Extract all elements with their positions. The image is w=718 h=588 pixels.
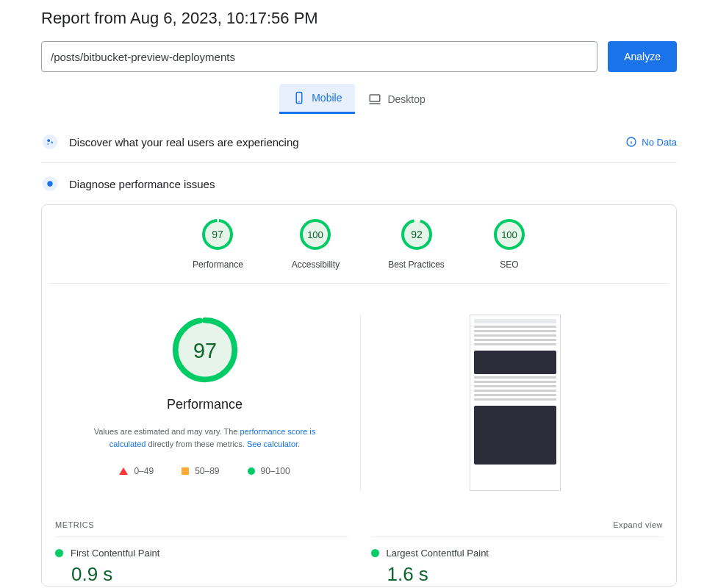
analyze-button[interactable]: Analyze	[608, 41, 677, 72]
users-icon	[41, 133, 59, 151]
gauge-performance-label: Performance	[193, 259, 243, 270]
gauge-bp-ring: 92	[401, 218, 433, 251]
svg-point-6	[51, 142, 53, 144]
svg-text:97: 97	[193, 339, 216, 362]
legend-pass: 90–100	[248, 466, 290, 476]
no-data-link[interactable]: No Data	[625, 136, 677, 148]
metric-lcp: Largest Contentful Paint 1.6 s	[371, 537, 664, 586]
expand-view-link[interactable]: Expand view	[613, 520, 663, 529]
svg-text:100: 100	[501, 229, 517, 240]
metrics-heading: METRICS	[55, 520, 94, 529]
metrics-header: METRICS Expand view	[42, 510, 676, 537]
page-title: Report from Aug 6, 2023, 10:17:56 PM	[41, 9, 677, 28]
big-gauge: 97	[170, 315, 240, 385]
legend-pass-label: 90–100	[261, 466, 290, 476]
info-icon	[625, 136, 637, 148]
diagnose-section: Diagnose performance issues	[41, 163, 677, 204]
legend-fail: 0–49	[119, 466, 154, 476]
no-data-label: No Data	[642, 137, 677, 148]
metric-fcp-value: 0.9 s	[71, 563, 348, 586]
url-row: Analyze	[41, 41, 677, 72]
discover-section: Discover what your real users are experi…	[41, 121, 677, 163]
perf-detail-row: 97 Performance Values are estimated and …	[42, 284, 676, 510]
svg-rect-2	[370, 95, 381, 101]
desktop-icon	[368, 93, 381, 106]
legend-fail-label: 0–49	[134, 466, 154, 476]
metric-fcp-label: First Contentful Paint	[71, 548, 159, 559]
tab-mobile-label: Mobile	[312, 92, 342, 104]
diagnose-title: Diagnose performance issues	[69, 178, 677, 190]
device-tabs: Mobile Desktop	[41, 84, 677, 114]
svg-point-4	[43, 135, 57, 149]
gauge-bp-label: Best Practices	[388, 259, 445, 270]
status-dot-icon	[371, 549, 379, 557]
gauge-performance-ring: 97	[201, 218, 234, 251]
gauge-seo-ring: 100	[493, 218, 525, 251]
tab-desktop[interactable]: Desktop	[355, 84, 438, 114]
perf-desc: Values are estimated and may vary. The p…	[76, 426, 334, 450]
triangle-icon	[119, 467, 128, 475]
perf-desc-suffix: .	[298, 440, 300, 448]
svg-text:97: 97	[212, 229, 224, 240]
metric-lcp-value: 1.6 s	[387, 563, 664, 586]
svg-text:100: 100	[308, 229, 324, 240]
perf-desc-text1: Values are estimated and may vary. The	[94, 427, 240, 436]
svg-text:92: 92	[411, 229, 423, 240]
svg-point-12	[47, 181, 52, 186]
gauge-accessibility-label: Accessibility	[292, 259, 340, 270]
legend-avg-label: 50–89	[195, 466, 219, 476]
gauge-accessibility-ring: 100	[299, 218, 331, 251]
discover-title: Discover what your real users are experi…	[69, 136, 615, 148]
svg-point-5	[47, 139, 50, 142]
perf-label: Performance	[167, 397, 243, 412]
metrics-grid: First Contentful Paint 0.9 s Largest Con…	[42, 537, 676, 586]
gauge-seo-label: SEO	[500, 259, 518, 270]
gauge-accessibility[interactable]: 100 Accessibility	[292, 218, 340, 270]
square-icon	[182, 467, 189, 475]
gauge-row: 97 Performance 100 Accessibility 92 Best…	[49, 218, 669, 284]
metric-lcp-label: Largest Contentful Paint	[387, 548, 489, 559]
score-legend: 0–49 50–89 90–100	[119, 466, 290, 476]
perf-desc-text2: directly from these metrics.	[146, 440, 247, 448]
gauge-seo[interactable]: 100 SEO	[493, 218, 525, 270]
diagnose-icon	[41, 175, 59, 193]
see-calculator-link[interactable]: See calculator	[247, 440, 298, 448]
tab-desktop-label: Desktop	[387, 93, 425, 105]
metric-fcp: First Contentful Paint 0.9 s	[55, 537, 348, 586]
status-dot-icon	[55, 549, 63, 557]
page-preview	[470, 315, 561, 491]
svg-point-7	[47, 143, 49, 145]
report-card: 97 Performance 100 Accessibility 92 Best…	[41, 204, 677, 587]
preview-block	[361, 315, 669, 491]
mobile-icon	[292, 91, 306, 104]
url-input[interactable]	[41, 41, 597, 72]
legend-avg: 50–89	[182, 466, 219, 476]
gauge-best-practices[interactable]: 92 Best Practices	[388, 218, 445, 270]
gauge-performance[interactable]: 97 Performance	[193, 218, 243, 270]
circle-icon	[248, 467, 255, 475]
tab-mobile[interactable]: Mobile	[279, 84, 355, 114]
perf-block: 97 Performance Values are estimated and …	[49, 315, 361, 491]
